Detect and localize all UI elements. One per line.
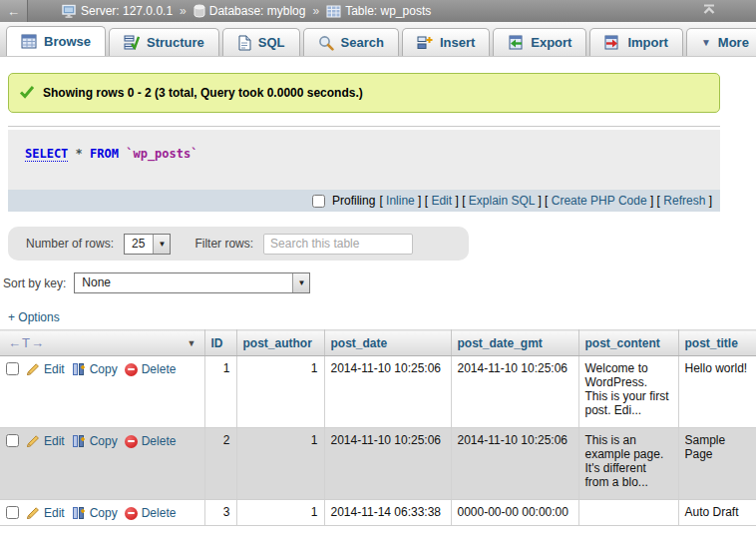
pencil-icon: [26, 362, 40, 376]
column-header-id[interactable]: ID: [204, 330, 236, 356]
cell-post-date: 2014-11-14 06:33:38: [324, 500, 451, 526]
delete-icon: [125, 507, 138, 520]
export-icon: [508, 35, 524, 50]
edit-link[interactable]: Edit: [431, 194, 452, 208]
cell-post-title: Auto Draft: [678, 500, 756, 526]
status-message: Showing rows 0 - 2 (3 total, Query took …: [8, 73, 720, 113]
bracket: ]: [535, 194, 542, 208]
bracket: [: [421, 194, 431, 208]
copy-link[interactable]: Copy: [90, 362, 118, 376]
delete-link[interactable]: Delete: [142, 434, 177, 448]
profiling-checkbox[interactable]: [312, 195, 325, 208]
number-of-rows-select[interactable]: 25 ▼: [124, 234, 171, 255]
sql-icon: [237, 35, 251, 51]
sql-star: *: [76, 147, 83, 161]
row-actions-cell: EditCopyDelete: [0, 428, 204, 500]
tab-insert[interactable]: Insert: [402, 28, 490, 56]
inline-link[interactable]: Inline: [386, 194, 415, 208]
breadcrumb-separator: »: [178, 4, 189, 18]
chevron-down-icon: ▼: [153, 235, 170, 254]
tab-sql[interactable]: SQL: [222, 28, 300, 56]
tab-structure[interactable]: Structure: [109, 28, 219, 56]
row-checkbox[interactable]: [6, 362, 19, 375]
pencil-icon: [26, 506, 40, 520]
delete-icon: [125, 363, 138, 376]
cell-post-author: 1: [236, 500, 324, 526]
tab-more[interactable]: ▼More: [686, 28, 756, 56]
copy-link[interactable]: Copy: [90, 506, 118, 520]
refresh-link[interactable]: Refresh: [663, 194, 705, 208]
search-icon: [318, 35, 334, 51]
column-header-post-content[interactable]: post_content: [578, 330, 678, 356]
row-controls: Number of rows: 25 ▼ Filter rows:: [8, 227, 469, 261]
back-button[interactable]: ←: [0, 0, 28, 22]
filter-rows-input[interactable]: [263, 234, 413, 255]
cell-post-author: 1: [236, 428, 324, 500]
edit-link[interactable]: Edit: [44, 506, 65, 520]
tab-label: Insert: [440, 35, 475, 50]
edit-link[interactable]: Edit: [44, 362, 65, 376]
transpose-icon[interactable]: ←T→: [8, 335, 45, 350]
filter-rows-label: Filter rows:: [194, 237, 253, 251]
breadcrumb-database-label: Database: myblog: [209, 4, 306, 18]
column-header-post-author[interactable]: post_author: [236, 330, 324, 356]
edit-link[interactable]: Edit: [44, 434, 65, 448]
tab-export[interactable]: Export: [493, 28, 586, 56]
tab-label: Structure: [147, 35, 204, 50]
query-links: [ Inline ] [ Edit ] [ Explain SQL ] [ Cr…: [379, 194, 712, 208]
copy-icon: [72, 362, 86, 376]
bracket: [: [542, 194, 552, 208]
breadcrumb-server-label: Server: 127.0.0.1: [81, 4, 173, 18]
bracket: ]: [452, 194, 459, 208]
copy-icon: [72, 434, 86, 448]
column-header-post-date[interactable]: post_date: [324, 330, 451, 356]
sort-by-key-select[interactable]: None ▼: [74, 272, 310, 293]
check-icon: [19, 85, 35, 102]
delete-icon: [125, 435, 138, 448]
cell-post-title: Hello world!: [678, 356, 756, 428]
chevron-down-icon[interactable]: ▼: [188, 338, 196, 348]
sql-from-keyword: FROM: [90, 147, 119, 161]
browse-icon: [21, 34, 37, 49]
tab-label: Import: [627, 35, 667, 50]
tab-label: SQL: [258, 35, 285, 50]
cell-post-date-gmt: 2014-11-10 10:25:06: [451, 356, 578, 428]
tab-search[interactable]: Search: [303, 28, 399, 56]
query-options-bar: Profiling [ Inline ] [ Edit ] [ Explain …: [8, 190, 720, 212]
tab-label: Browse: [44, 34, 91, 49]
options-toggle[interactable]: + Options: [8, 310, 60, 324]
column-header-post-date-gmt[interactable]: post_date_gmt: [451, 330, 578, 356]
tab-browse[interactable]: Browse: [6, 26, 106, 56]
breadcrumb-table[interactable]: Table: wp_posts: [326, 4, 431, 18]
header-row: ←T→ ▼ ID post_author post_date post_date…: [0, 330, 756, 356]
breadcrumb-database[interactable]: Database: myblog: [193, 4, 306, 18]
explain-sql-link[interactable]: Explain SQL: [469, 194, 535, 208]
row-checkbox[interactable]: [6, 506, 19, 519]
copy-icon: [72, 506, 86, 520]
cell-id: 3: [204, 500, 236, 526]
cell-post-title: Sample Page: [678, 428, 756, 500]
pencil-icon: [26, 434, 40, 448]
delete-link[interactable]: Delete: [142, 506, 177, 520]
tab-bar: BrowseStructureSQLSearchInsertExportImpo…: [0, 22, 756, 57]
create-php-code-link[interactable]: Create PHP Code: [552, 194, 647, 208]
delete-link[interactable]: Delete: [142, 362, 177, 376]
profiling-label: Profiling: [332, 194, 375, 208]
breadcrumb-server[interactable]: Server: 127.0.0.1: [62, 4, 173, 18]
tab-import[interactable]: Import: [589, 28, 682, 56]
bracket: [: [459, 194, 469, 208]
copy-link[interactable]: Copy: [90, 434, 118, 448]
sql-select-keyword[interactable]: SELECT: [25, 147, 68, 162]
cell-post-date-gmt: 2014-11-10 10:25:06: [451, 428, 578, 500]
column-header-post-title[interactable]: post_title: [678, 330, 756, 356]
bracket: ]: [705, 194, 712, 208]
row-actions-cell: EditCopyDelete: [0, 356, 204, 428]
collapse-icon[interactable]: [702, 4, 716, 18]
sort-by-key-row: Sort by key: None ▼: [3, 272, 756, 293]
sql-query-box: SELECT * FROM `wp_posts`: [8, 130, 720, 190]
cell-id: 2: [204, 428, 236, 500]
tab-label: Export: [531, 35, 571, 50]
cell-post-content: [578, 500, 678, 526]
row-checkbox[interactable]: [6, 434, 19, 447]
chevron-down-icon: ▼: [292, 273, 309, 292]
